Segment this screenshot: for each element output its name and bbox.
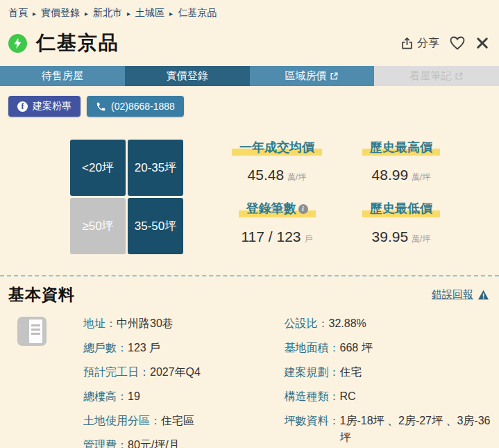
lightning-bolt-icon (8, 34, 27, 53)
tab-for-sale[interactable]: 待售房屋 (0, 66, 125, 86)
stat-avg-price-1yr: 一年成交均價 45.48 萬/坪 (232, 140, 322, 183)
facebook-icon (17, 101, 28, 112)
breadcrumb-district[interactable]: 土城區 (135, 7, 164, 19)
size-filter-grid: <20坪 20-35坪 ≥50坪 35-50坪 (70, 140, 183, 254)
filter-35-50-ping[interactable]: 35-50坪 (128, 198, 183, 254)
share-label: 分享 (417, 36, 439, 51)
share-icon (400, 37, 414, 50)
tab-area-prices[interactable]: 區域房價 (250, 66, 375, 86)
close-button[interactable] (475, 36, 489, 50)
stats-column-right: 歷史最高價 48.99 萬/坪 歷史最低價 39.95 萬/坪 (362, 140, 440, 254)
stat-label: 登錄筆數 (246, 201, 296, 217)
detail-unit-sizes: 坪數資料： 1房-18坪 、2房-27坪 、3房-36坪 (285, 413, 492, 446)
detail-total-units: 總戶數： 123 戶 (83, 340, 278, 356)
phone-icon (96, 101, 106, 112)
stat-unit: 萬/坪 (287, 172, 306, 183)
breadcrumb-price-registry[interactable]: 實價登錄 (41, 7, 80, 19)
basic-info-heading: 基本資料 (8, 284, 75, 306)
favorite-button[interactable] (449, 35, 466, 51)
tab-bar: 待售房屋 實價登錄 區域房價 看屋筆記 (0, 66, 499, 86)
error-report-link[interactable]: 錯誤回報 (432, 288, 489, 301)
document-icon (17, 317, 46, 346)
close-icon (475, 36, 489, 50)
facebook-page-label: 建案粉專 (33, 100, 71, 113)
detail-management-fee: 管理費： 80元/坪/月 (83, 437, 278, 448)
summary-section: <20坪 20-35坪 ≥50坪 35-50坪 一年成交均價 45.48 萬/坪… (0, 140, 499, 254)
detail-address: 地址： 中州路30巷 (83, 315, 278, 332)
stat-value: 117 / 123 (241, 229, 301, 245)
phone-number-label: (02)8668-1888 (111, 101, 175, 112)
stat-unit: 戶 (305, 233, 313, 245)
stat-highest-price: 歷史最高價 48.99 萬/坪 (362, 140, 440, 183)
details-right-column: 公設比： 32.88% 基地面積： 668 坪 建案規劃： 住宅 構造種類： R… (285, 315, 492, 448)
filter-over-50-ping[interactable]: ≥50坪 (70, 198, 126, 254)
filter-20-35-ping[interactable]: 20-35坪 (128, 140, 183, 196)
external-link-icon (330, 72, 339, 81)
breadcrumb-city[interactable]: 新北市 (93, 7, 122, 19)
stat-label: 歷史最高價 (362, 140, 440, 156)
tab-viewing-notes[interactable]: 看屋筆記 (374, 66, 499, 86)
stat-label: 一年成交均價 (232, 140, 322, 156)
breadcrumb: 首頁 ▸ 實價登錄 ▸ 新北市 ▸ 土城區 ▸ 仁基京品 (0, 0, 499, 19)
detail-project-plan: 建案規劃： 住宅 (285, 364, 492, 381)
stat-unit: 萬/坪 (412, 233, 430, 245)
share-button[interactable]: 分享 (400, 36, 439, 51)
detail-site-area: 基地面積： 668 坪 (285, 340, 492, 356)
price-stats: 一年成交均價 45.48 萬/坪 登錄筆數 117 / 123 戶 歷史最高價 (232, 140, 440, 254)
stat-value: 48.99 (372, 167, 409, 183)
stat-value: 45.48 (248, 167, 285, 183)
phone-button[interactable]: (02)8668-1888 (87, 96, 184, 117)
detail-land-zoning: 土地使用分區： 住宅區 (83, 413, 278, 429)
details-left-column: 地址： 中州路30巷 總戶數： 123 戶 預計完工日： 2027年Q4 總樓高… (83, 315, 278, 448)
page-header: 仁基京品 分享 (0, 28, 499, 58)
basic-info-section: 基本資料 錯誤回報 地址： 中州路30巷 總戶數： 123 戶 (0, 276, 499, 448)
stat-unit: 萬/坪 (412, 172, 430, 183)
chevron-right-icon: ▸ (85, 10, 88, 17)
tab-area-prices-label: 區域房價 (285, 69, 326, 83)
filter-under-20-ping[interactable]: <20坪 (70, 140, 126, 196)
info-icon[interactable] (298, 204, 308, 214)
facebook-page-button[interactable]: 建案粉專 (8, 96, 81, 117)
detail-completion-date: 預計完工日： 2027年Q4 (83, 364, 278, 381)
detail-public-ratio: 公設比： 32.88% (285, 315, 492, 332)
detail-structure-type: 構造種類： RC (285, 388, 492, 405)
stat-lowest-price: 歷史最低價 39.95 萬/坪 (362, 201, 440, 244)
chevron-right-icon: ▸ (127, 10, 130, 17)
tab-price-registry[interactable]: 實價登錄 (125, 66, 250, 86)
breadcrumb-current: 仁基京品 (178, 7, 217, 19)
external-link-icon (455, 72, 464, 81)
stat-label: 歷史最低價 (362, 201, 440, 217)
error-report-label: 錯誤回報 (432, 288, 473, 301)
heart-icon (449, 35, 466, 51)
chevron-right-icon: ▸ (169, 10, 173, 17)
page-title: 仁基京品 (36, 30, 119, 56)
stat-value: 39.95 (372, 229, 409, 245)
action-buttons: 建案粉專 (02)8668-1888 (0, 86, 499, 117)
detail-total-floors: 總樓高： 19 (83, 388, 278, 405)
chevron-right-icon: ▸ (33, 10, 36, 17)
stat-registered-count: 登錄筆數 117 / 123 戶 (239, 201, 316, 244)
stats-column-left: 一年成交均價 45.48 萬/坪 登錄筆數 117 / 123 戶 (232, 140, 322, 254)
warning-icon (477, 290, 489, 300)
breadcrumb-home[interactable]: 首頁 (8, 7, 28, 19)
tab-viewing-notes-label: 看屋筆記 (409, 69, 451, 83)
